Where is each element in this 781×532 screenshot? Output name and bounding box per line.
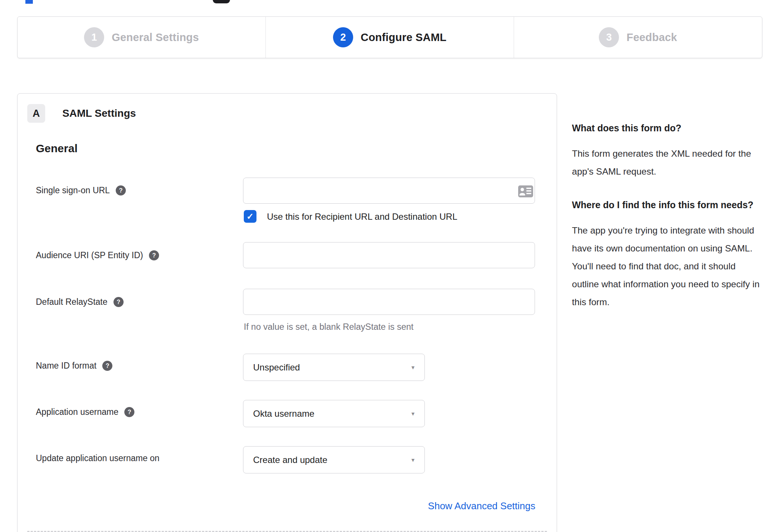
application-username-label-row: Application username ? (36, 407, 134, 417)
relay-state-helper-text: If no value is set, a blank RelayState i… (244, 322, 414, 332)
step-configure-saml[interactable]: 2 Configure SAML (265, 17, 514, 58)
step-general-settings[interactable]: 1 General Settings (18, 17, 265, 58)
update-username-value: Create and update (253, 455, 327, 465)
audience-uri-input[interactable] (243, 242, 535, 268)
saml-settings-panel: A SAML Settings General Single sign-on U… (17, 93, 557, 532)
application-username-select[interactable]: Okta username ▼ (243, 400, 425, 427)
name-id-format-select[interactable]: Unspecified ▼ (243, 354, 425, 381)
cutoff-toggle-fragment (213, 0, 230, 3)
dropdown-arrow-icon: ▼ (410, 457, 416, 463)
show-advanced-settings-link[interactable]: Show Advanced Settings (428, 500, 535, 512)
name-id-format-value: Unspecified (253, 362, 300, 373)
cutoff-header-fragment (25, 0, 33, 4)
application-username-label: Application username (36, 407, 118, 417)
step-2-number-badge: 2 (333, 27, 353, 47)
sidebar-question-2-body: The app you're trying to integrate with … (572, 222, 763, 311)
recipient-destination-checkbox[interactable]: ✓ (244, 210, 256, 223)
update-username-label-row: Update application username on (36, 453, 159, 463)
relay-state-help-icon[interactable]: ? (113, 297, 124, 307)
recipient-destination-checkbox-label: Use this for Recipient URL and Destinati… (267, 212, 457, 222)
wizard-stepper: 1 General Settings 2 Configure SAML 3 Fe… (17, 16, 762, 58)
application-username-help-icon[interactable]: ? (124, 407, 134, 417)
sso-url-help-icon[interactable]: ? (116, 185, 126, 195)
step-3-label: Feedback (626, 31, 677, 44)
step-2-label: Configure SAML (361, 31, 446, 44)
step-3-number-badge: 3 (599, 27, 619, 47)
configure-saml-page: 1 General Settings 2 Configure SAML 3 Fe… (0, 0, 781, 532)
audience-uri-label: Audience URI (SP Entity ID) (36, 250, 143, 260)
sidebar-question-1-body: This form generates the XML needed for t… (572, 145, 763, 181)
step-feedback[interactable]: 3 Feedback (514, 17, 762, 58)
sso-url-input[interactable] (243, 178, 535, 204)
section-letter-badge: A (27, 104, 45, 123)
sidebar-question-1-title: What does this form do? (572, 120, 763, 136)
sidebar-question-2-title: Where do I find the info this form needs… (572, 197, 763, 213)
update-username-select[interactable]: Create and update ▼ (243, 446, 425, 473)
dropdown-arrow-icon: ▼ (410, 411, 416, 417)
name-id-format-label-row: Name ID format ? (36, 361, 112, 371)
step-1-label: General Settings (112, 31, 199, 44)
relay-state-label: Default RelayState (36, 297, 108, 307)
sso-url-label-row: Single sign-on URL ? (36, 185, 126, 195)
sso-url-label: Single sign-on URL (36, 185, 110, 195)
group-title-general: General (36, 142, 78, 155)
relay-state-label-row: Default RelayState ? (36, 297, 124, 307)
contact-card-icon (518, 184, 533, 198)
update-username-label: Update application username on (36, 453, 159, 463)
relay-state-input[interactable] (243, 289, 535, 315)
checkmark-icon: ✓ (246, 212, 253, 222)
application-username-value: Okta username (253, 409, 314, 419)
audience-uri-label-row: Audience URI (SP Entity ID) ? (36, 250, 159, 260)
help-sidebar: What does this form do? This form genera… (572, 120, 763, 311)
name-id-format-label: Name ID format (36, 361, 96, 371)
section-title: SAML Settings (62, 104, 136, 123)
dropdown-arrow-icon: ▼ (410, 364, 416, 370)
step-1-number-badge: 1 (84, 27, 104, 47)
audience-uri-help-icon[interactable]: ? (149, 250, 159, 260)
name-id-format-help-icon[interactable]: ? (102, 361, 112, 371)
